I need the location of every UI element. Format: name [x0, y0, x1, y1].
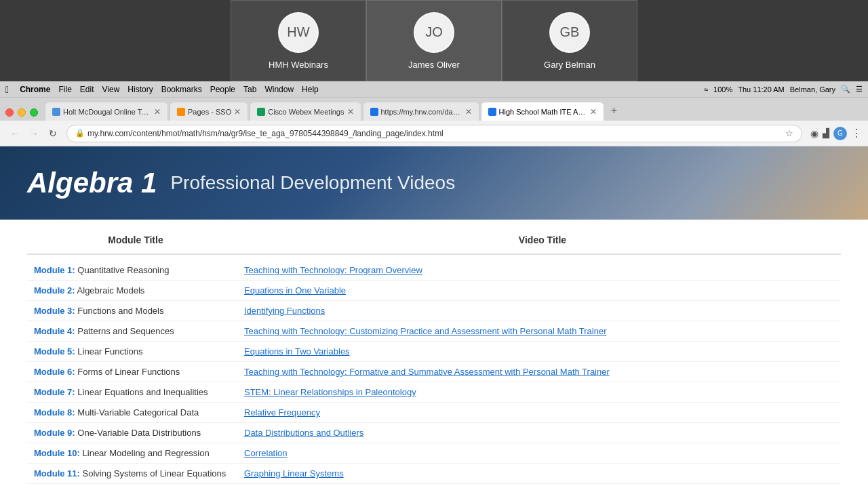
module-number-10: Module 11: — [34, 468, 80, 479]
profile-card-jo[interactable]: JO James Oliver — [366, 0, 502, 81]
menu-history[interactable]: History — [127, 85, 153, 94]
module-row: Module 4: Patterns and Sequences Teachin… — [27, 321, 841, 342]
new-tab-button[interactable]: + — [606, 102, 623, 119]
module-row: Module 3: Functions and Models Identifyi… — [27, 301, 841, 321]
module-desc-1: Algebraic Models — [77, 285, 145, 296]
desktop-background: HW HMH Webinars JO James Oliver GB Gary … — [0, 0, 868, 81]
star-icon[interactable]: ☆ — [785, 128, 793, 138]
module-row: Module 10: Linear Modeling and Regressio… — [27, 443, 841, 464]
tab-favicon-hrw — [370, 108, 378, 116]
tab-hmh[interactable]: Holt McDougal Online Teache... ✕ — [45, 102, 168, 121]
user-profile-icon[interactable]: G — [833, 127, 847, 140]
module-video-link-1[interactable]: Equations in One Variable — [244, 285, 841, 296]
tab-close-webex[interactable]: ✕ — [347, 107, 354, 117]
module-video-link-3[interactable]: Teaching with Technology: Customizing Pr… — [244, 326, 841, 336]
tab-hrw[interactable]: https://my.hrw.com/dashboa... ✕ — [363, 102, 479, 121]
module-number-6: Module 7: — [34, 387, 75, 397]
profile-card-hw[interactable]: HW HMH Webinars — [231, 0, 366, 81]
menu-people[interactable]: People — [210, 85, 235, 94]
close-window-button[interactable] — [5, 108, 14, 117]
module-video-link-7[interactable]: Relative Frequency — [244, 407, 841, 418]
tab-close-hrw[interactable]: ✕ — [465, 107, 472, 117]
module-label-10: Module 11: Solving Systems of Linear Equ… — [27, 468, 244, 479]
maximize-window-button[interactable] — [30, 108, 38, 117]
tab-label-webex: Cisco Webex Meetings — [268, 108, 344, 116]
lock-icon: 🔒 — [75, 129, 85, 138]
module-video-link-4[interactable]: Equations in Two Variables — [244, 346, 841, 357]
menubar-right: ≈ 100% Thu 11:20 AM Belman, Gary 🔍 ☰ — [704, 85, 863, 94]
module-video-link-0[interactable]: Teaching with Technology: Program Overvi… — [244, 265, 841, 275]
menu-dots-icon[interactable]: ⋮ — [851, 127, 861, 140]
module-number-7: Module 8: — [34, 407, 75, 418]
module-row: Module 7: Linear Equations and Inequalit… — [27, 382, 841, 403]
tab-sso[interactable]: Pages - SSO ✕ — [170, 102, 248, 121]
module-label-9: Module 10: Linear Modeling and Regressio… — [27, 448, 244, 458]
tab-close-sso[interactable]: ✕ — [234, 107, 241, 117]
notification-icon[interactable]: ☰ — [856, 85, 863, 94]
module-desc-5: Forms of Linear Functions — [77, 367, 180, 377]
menu-help[interactable]: Help — [302, 85, 319, 94]
profile-name-jo: James Oliver — [408, 60, 460, 70]
module-video-link-5[interactable]: Teaching with Technology: Formative and … — [244, 367, 841, 377]
module-number-2: Module 3: — [34, 306, 75, 316]
tab-label-hrw: https://my.hrw.com/dashboa... — [381, 108, 462, 116]
module-row: Module 5: Linear Functions Equations in … — [27, 342, 841, 362]
module-row: Module 11: Solving Systems of Linear Equ… — [27, 464, 841, 484]
reload-button[interactable]: ↻ — [45, 125, 61, 142]
search-icon[interactable]: 🔍 — [841, 85, 850, 94]
address-bar: ← → ↻ 🔒 my.hrw.com/content/hmot/math/hsm… — [0, 121, 868, 146]
tab-label-hmh: Holt McDougal Online Teache... — [63, 108, 151, 116]
module-number-1: Module 2: — [34, 285, 75, 296]
module-label-6: Module 7: Linear Equations and Inequalit… — [27, 387, 244, 397]
menu-bookmarks[interactable]: Bookmarks — [161, 85, 202, 94]
logged-in-user: Belman, Gary — [790, 85, 835, 94]
module-video-link-10[interactable]: Graphing Linear Systems — [244, 468, 841, 479]
menu-edit[interactable]: Edit — [80, 85, 94, 94]
tab-close-active[interactable]: ✕ — [590, 107, 597, 117]
back-button[interactable]: ← — [7, 125, 23, 142]
page-subtitle: Professional Development Videos — [170, 172, 455, 194]
module-video-link-2[interactable]: Identifying Functions — [244, 306, 841, 316]
module-desc-10: Solving Systems of Linear Equations — [83, 468, 226, 479]
cast-icon[interactable]: ▟ — [823, 128, 829, 138]
page-title: Algebra 1 — [27, 167, 157, 199]
page-header: Algebra 1 Professional Development Video… — [0, 146, 868, 220]
tab-close-hmh[interactable]: ✕ — [154, 107, 161, 117]
forward-button[interactable]: → — [26, 125, 42, 142]
module-desc-7: Multi-Variable Categorical Data — [77, 407, 199, 418]
apple-menu-icon[interactable]:  — [5, 84, 9, 95]
url-bar[interactable]: 🔒 my.hrw.com/content/hmot/math/hsm/na/gr… — [66, 125, 802, 142]
avatar-gb: GB — [549, 12, 590, 53]
menu-view[interactable]: View — [102, 85, 120, 94]
module-label-4: Module 5: Linear Functions — [27, 346, 244, 357]
profile-card-gb[interactable]: GB Gary Belman — [502, 0, 637, 81]
menu-file[interactable]: File — [58, 85, 71, 94]
module-desc-3: Patterns and Sequences — [77, 326, 174, 336]
extensions-icon[interactable]: ◉ — [810, 128, 818, 139]
menu-tab[interactable]: Tab — [243, 85, 256, 94]
column-module-title: Module Title — [27, 235, 244, 245]
module-video-link-6[interactable]: STEM: Linear Relationships in Paleontolo… — [244, 387, 841, 397]
module-label-0: Module 1: Quantitative Reasoning — [27, 265, 244, 275]
tab-favicon-hmh — [52, 108, 60, 116]
module-video-link-9[interactable]: Correlation — [244, 448, 841, 458]
url-bar-icons: ☆ — [785, 128, 793, 138]
module-label-5: Module 6: Forms of Linear Functions — [27, 367, 244, 377]
module-label-3: Module 4: Patterns and Sequences — [27, 326, 244, 336]
column-headers: Module Title Video Title — [27, 226, 841, 255]
menu-chrome[interactable]: Chrome — [20, 85, 50, 94]
tab-webex[interactable]: Cisco Webex Meetings ✕ — [250, 102, 361, 121]
minimize-window-button[interactable] — [18, 108, 26, 117]
profile-switcher: HW HMH Webinars JO James Oliver GB Gary … — [231, 0, 637, 81]
module-row: Module 6: Forms of Linear Functions Teac… — [27, 362, 841, 382]
avatar-jo: JO — [414, 12, 454, 53]
menu-window[interactable]: Window — [264, 85, 294, 94]
module-row: Module 2: Algebraic Models Equations in … — [27, 281, 841, 301]
module-video-link-8[interactable]: Data Distributions and Outliers — [244, 428, 841, 438]
browser-window: Holt McDougal Online Teache... ✕ Pages -… — [0, 98, 868, 488]
tab-favicon-active — [488, 108, 496, 116]
toolbar-icons: ◉ ▟ G ⋮ — [810, 127, 861, 140]
module-label-8: Module 9: One-Variable Data Distribution… — [27, 428, 244, 438]
module-list: Module 1: Quantitative Reasoning Teachin… — [27, 260, 841, 488]
tab-active[interactable]: High School Math ITE Algebra... ✕ — [481, 102, 604, 121]
